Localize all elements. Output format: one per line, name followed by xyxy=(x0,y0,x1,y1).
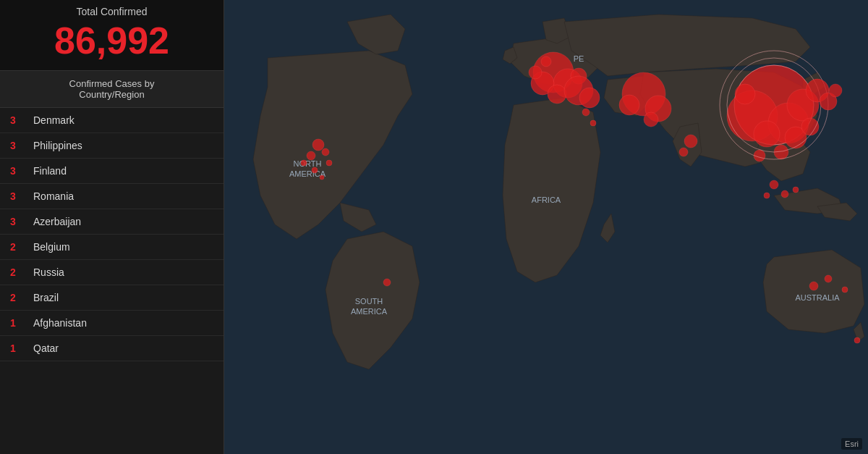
country-name: Finland xyxy=(33,165,67,177)
sea-bubble1 xyxy=(770,180,778,189)
country-count: 3 xyxy=(10,140,26,151)
total-confirmed-box: Total Confirmed 86,992 xyxy=(0,0,224,71)
country-name: Philippines xyxy=(33,140,82,151)
country-name: Qatar xyxy=(33,342,59,354)
china-bubble8 xyxy=(801,118,819,135)
country-name: Belgium xyxy=(33,241,70,253)
country-count: 1 xyxy=(10,342,26,354)
country-name: Russia xyxy=(33,266,64,278)
usa-bubble2 xyxy=(307,151,315,160)
list-item[interactable]: 1Afghanistan xyxy=(0,311,224,336)
usa-bubble4 xyxy=(326,160,332,166)
country-name: Brazil xyxy=(33,292,59,303)
egypt-bubble xyxy=(582,109,590,116)
country-count: 1 xyxy=(10,317,26,329)
country-list[interactable]: 3Denmark3Philippines3Finland3Romania3Aze… xyxy=(0,108,224,454)
japan-bubble2 xyxy=(829,84,842,97)
list-item[interactable]: 2Russia xyxy=(0,260,224,285)
mideast-bubble xyxy=(619,95,639,115)
total-confirmed-label: Total Confirmed xyxy=(10,6,213,17)
sea-bubble4 xyxy=(764,193,770,198)
country-name: Denmark xyxy=(33,114,75,126)
list-item[interactable]: 3Philippines xyxy=(0,133,224,159)
europe-bubble4 xyxy=(548,85,566,104)
total-confirmed-value: 86,992 xyxy=(10,20,213,62)
australia-bubble2 xyxy=(825,275,832,282)
south-america-label2: AMERICA xyxy=(351,307,388,316)
list-item[interactable]: 2Brazil xyxy=(0,285,224,311)
china-bubble10 xyxy=(754,150,765,161)
europe-bubble7 xyxy=(541,56,551,67)
usa-bubble7 xyxy=(320,175,324,180)
country-count: 3 xyxy=(10,114,26,126)
brazil-bubble xyxy=(383,279,391,286)
usa-bubble6 xyxy=(312,167,318,173)
cases-by-country-header: Confirmed Cases byCountry/Region xyxy=(0,71,224,108)
country-count: 2 xyxy=(10,241,26,253)
country-count: 2 xyxy=(10,266,26,278)
mideast-bubble2 xyxy=(644,112,658,127)
usa-bubble5 xyxy=(301,160,307,166)
country-name: Afghanistan xyxy=(33,317,87,329)
africa-bubble1 xyxy=(590,120,596,126)
europe-label: PE xyxy=(574,54,584,63)
usa-bubble1 xyxy=(312,139,324,151)
country-count: 3 xyxy=(10,165,26,177)
india-bubble2 xyxy=(679,148,688,156)
china-bubble5 xyxy=(754,121,780,147)
north-america-label: NORTH xyxy=(294,159,322,168)
south-america-label: SOUTH xyxy=(355,297,383,306)
list-item[interactable]: 3Finland xyxy=(0,159,224,184)
list-item[interactable]: 3Romania xyxy=(0,184,224,209)
australia-bubble3 xyxy=(842,287,848,293)
italy-bubble2 xyxy=(579,88,600,108)
sea-bubble2 xyxy=(781,190,788,198)
africa-label: AFRICA xyxy=(532,196,561,204)
country-name: Romania xyxy=(33,190,74,202)
country-count: 3 xyxy=(10,190,26,202)
map-panel: NORTH AMERICA SOUTH AMERICA AFRICA PE AU… xyxy=(224,0,868,454)
usa-bubble3 xyxy=(322,148,329,156)
europe-bubble6 xyxy=(529,66,542,79)
country-count: 2 xyxy=(10,292,26,303)
china-bubble7 xyxy=(735,84,755,104)
list-item[interactable]: 1Qatar xyxy=(0,336,224,361)
country-name: Azerbaijan xyxy=(33,216,81,227)
left-panel: Total Confirmed 86,992 Confirmed Cases b… xyxy=(0,0,224,454)
list-item[interactable]: 3Azerbaijan xyxy=(0,209,224,235)
country-count: 3 xyxy=(10,216,26,227)
list-item[interactable]: 3Denmark xyxy=(0,108,224,133)
australia-bubble1 xyxy=(809,282,818,290)
australia-label: AUSTRALIA xyxy=(795,293,840,302)
sea-bubble3 xyxy=(793,187,799,193)
india-bubble xyxy=(684,135,697,148)
list-item[interactable]: 2Belgium xyxy=(0,235,224,260)
esri-badge: Esri xyxy=(841,438,862,450)
nz-bubble xyxy=(854,337,860,343)
